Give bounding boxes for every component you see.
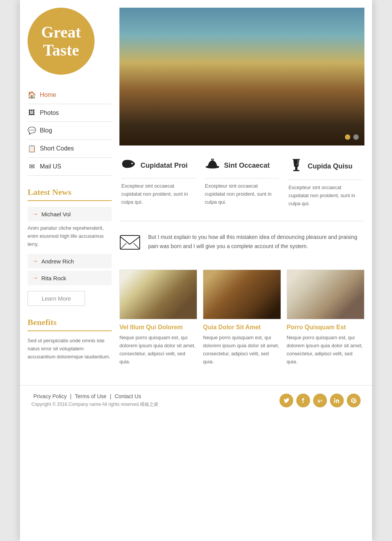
footer: Privacy Policy | Terms of Use | Contact … bbox=[20, 385, 372, 415]
news-label-rita: Rita Rock bbox=[41, 275, 66, 281]
card-title-2[interactable]: Porro Quisquam Est bbox=[287, 324, 364, 331]
news-label-michael: Michael Vol bbox=[41, 211, 71, 217]
latest-news-section: Latest News → Michael Vol Anim pariatur … bbox=[28, 187, 112, 306]
main-content: Cupidatat Proi Excepteur sint occaecat c… bbox=[119, 8, 364, 366]
hero-slider bbox=[119, 8, 364, 145]
mail-icon: ✉ bbox=[28, 162, 36, 171]
latest-news-title: Latest News bbox=[28, 187, 112, 197]
nav-item-photos[interactable]: 🖼 Photos bbox=[28, 104, 112, 122]
facebook-button[interactable] bbox=[296, 394, 310, 407]
logo: Great Taste bbox=[28, 8, 95, 75]
googleplus-icon: g+ bbox=[317, 398, 322, 403]
card-title-0[interactable]: Vel Illum Qui Dolorem bbox=[119, 324, 197, 331]
sidebar: Great Taste 🏠 Home 🖼 Photos 💬 Blog bbox=[28, 8, 112, 366]
news-item-rita[interactable]: → Rita Rock bbox=[28, 271, 112, 285]
feature-header-0: Cupidatat Proi bbox=[121, 157, 195, 174]
footer-left: Privacy Policy | Terms of Use | Contact … bbox=[31, 393, 158, 408]
feature-header-2: Cupida Quisu bbox=[289, 157, 363, 176]
hero-image bbox=[119, 8, 364, 145]
card-image-1 bbox=[203, 270, 281, 319]
twitter-button[interactable] bbox=[279, 394, 293, 407]
features-row: Cupidatat Proi Excepteur sint occaecat c… bbox=[119, 153, 364, 211]
pinterest-button[interactable] bbox=[347, 394, 361, 407]
hero-overlay bbox=[119, 8, 345, 145]
nav-label-photos: Photos bbox=[40, 110, 59, 116]
photos-icon: 🖼 bbox=[28, 109, 36, 117]
nav-label-mail: Mail US bbox=[40, 163, 61, 170]
card-desc-1: Neque porro quisquam est, qui dolorem ip… bbox=[203, 334, 281, 366]
slider-dot-2[interactable] bbox=[353, 134, 359, 140]
fish-icon bbox=[121, 157, 137, 174]
wine-icon bbox=[289, 157, 304, 176]
footer-links: Privacy Policy | Terms of Use | Contact … bbox=[31, 393, 158, 399]
news-description: Anim pariatur cliche reprehenderit, enim… bbox=[28, 224, 112, 248]
card-desc-2: Neque porro quisquam est, qui dolorem ip… bbox=[287, 334, 364, 366]
nav-item-mail[interactable]: ✉ Mail US bbox=[28, 158, 112, 176]
blog-icon: 💬 bbox=[28, 126, 36, 135]
message-icon bbox=[119, 235, 140, 256]
nav-item-home[interactable]: 🏠 Home bbox=[28, 86, 112, 104]
content-divider bbox=[119, 221, 364, 221]
footer-separator-2: | bbox=[110, 393, 111, 399]
slider-dot-1[interactable] bbox=[345, 134, 350, 140]
privacy-policy-link[interactable]: Privacy Policy bbox=[33, 393, 67, 399]
card-image-2 bbox=[287, 270, 364, 319]
news-arrow-icon: → bbox=[32, 211, 38, 217]
benefits-divider bbox=[28, 330, 112, 331]
feature-title-1: Sint Occaecat bbox=[224, 162, 270, 170]
feature-item-1: Sint Occaecat Excepteur sint occaecat cu… bbox=[203, 153, 281, 211]
social-icons: g+ bbox=[279, 394, 361, 407]
feature-header-1: Sint Occaecat bbox=[205, 157, 279, 174]
main-nav: 🏠 Home 🖼 Photos 💬 Blog 📋 Short Codes ✉ bbox=[28, 86, 112, 176]
terms-of-use-link[interactable]: Terms of Use bbox=[75, 393, 106, 399]
feature-item-2: Cupida Quisu Excepteur sint occaecat cup… bbox=[287, 153, 364, 211]
benefits-text: Sed ut perspiciatis unde omnis iste natu… bbox=[28, 337, 112, 361]
news-item-andrew[interactable]: → Andrew Rich bbox=[28, 254, 112, 268]
message-text: But I must explain to you how all this m… bbox=[148, 233, 364, 251]
nav-label-shortcodes: Short Codes bbox=[40, 145, 74, 152]
card-2: Porro Quisquam Est Neque porro quisquam … bbox=[287, 270, 364, 366]
shortcodes-icon: 📋 bbox=[28, 144, 36, 153]
feature-desc-0: Excepteur sint occaecat cupidatat non pr… bbox=[121, 178, 195, 206]
nav-item-shortcodes[interactable]: 📋 Short Codes bbox=[28, 140, 112, 158]
logo-text: Great Taste bbox=[41, 23, 81, 59]
card-image-0 bbox=[119, 270, 197, 319]
benefits-section: Benefits Sed ut perspiciatis unde omnis … bbox=[28, 317, 112, 361]
feature-item-0: Cupidatat Proi Excepteur sint occaecat c… bbox=[119, 153, 197, 211]
learn-more-button[interactable]: Learn More bbox=[28, 291, 85, 306]
nav-label-home: Home bbox=[40, 92, 56, 98]
footer-separator-1: | bbox=[70, 393, 72, 399]
message-area: But I must explain to you how all this m… bbox=[119, 229, 364, 260]
nav-label-blog: Blog bbox=[40, 127, 52, 134]
plate-icon bbox=[205, 157, 220, 174]
cards-row: Vel Illum Qui Dolorem Neque porro quisqu… bbox=[119, 270, 364, 366]
contact-us-link[interactable]: Contact Us bbox=[114, 393, 141, 399]
googleplus-button[interactable]: g+ bbox=[313, 394, 327, 407]
latest-news-divider bbox=[28, 200, 112, 201]
svg-rect-3 bbox=[120, 235, 140, 249]
news-item-michael[interactable]: → Michael Vol bbox=[28, 207, 112, 221]
feature-desc-2: Excepteur sint occaecat cupidatat non pr… bbox=[289, 180, 363, 208]
svg-rect-4 bbox=[334, 399, 335, 403]
card-0: Vel Illum Qui Dolorem Neque porro quisqu… bbox=[119, 270, 197, 366]
news-arrow-icon-2: → bbox=[32, 258, 38, 265]
card-1: Quia Dolor Sit Amet Neque porro quisquam… bbox=[203, 270, 281, 366]
svg-point-5 bbox=[334, 398, 335, 399]
nav-item-blog[interactable]: 💬 Blog bbox=[28, 122, 112, 140]
linkedin-button[interactable] bbox=[330, 394, 344, 407]
news-label-andrew: Andrew Rich bbox=[41, 258, 74, 265]
feature-title-0: Cupidatat Proi bbox=[140, 162, 188, 170]
feature-desc-1: Excepteur sint occaecat cupidatat non pr… bbox=[205, 178, 279, 206]
card-title-1[interactable]: Quia Dolor Sit Amet bbox=[203, 324, 281, 331]
card-desc-0: Neque porro quisquam est, qui dolorem ip… bbox=[119, 334, 197, 366]
slider-dots bbox=[345, 134, 359, 140]
benefits-title: Benefits bbox=[28, 317, 112, 327]
home-icon: 🏠 bbox=[28, 91, 36, 99]
news-arrow-icon-3: → bbox=[32, 275, 38, 281]
feature-title-2: Cupida Quisu bbox=[308, 162, 353, 170]
svg-rect-2 bbox=[293, 170, 299, 171]
footer-copyright: Copyright © 2016.Company name All rights… bbox=[31, 401, 158, 408]
